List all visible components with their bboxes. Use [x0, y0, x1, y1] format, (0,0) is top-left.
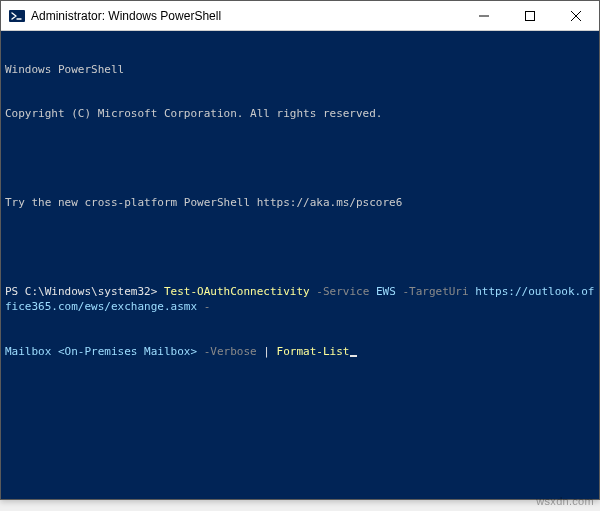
- maximize-button[interactable]: [507, 1, 553, 30]
- command-line-2: Mailbox <On-Premises Mailbox> -Verbose |…: [5, 345, 595, 360]
- powershell-icon: [9, 8, 25, 24]
- close-button[interactable]: [553, 1, 599, 30]
- banner-line: Try the new cross-platform PowerShell ht…: [5, 196, 595, 211]
- cursor: [350, 355, 357, 357]
- banner-line: Copyright (C) Microsoft Corporation. All…: [5, 107, 595, 122]
- dash-trailing: -: [204, 300, 211, 313]
- banner-line: Windows PowerShell: [5, 63, 595, 78]
- cmdlet2: Format-List: [277, 345, 350, 358]
- val-mailbox: <On-Premises Mailbox>: [58, 345, 197, 358]
- command-line-1: PS C:\Windows\system32> Test-OAuthConnec…: [5, 285, 595, 315]
- blank-line: [5, 241, 595, 256]
- watermark: wsxdn.com: [536, 495, 594, 507]
- window-title: Administrator: Windows PowerShell: [31, 9, 221, 23]
- blank-line: [5, 152, 595, 167]
- minimize-button[interactable]: [461, 1, 507, 30]
- param-verbose: -Verbose: [204, 345, 257, 358]
- val-service: EWS: [376, 285, 396, 298]
- svg-rect-0: [9, 10, 25, 22]
- svg-rect-3: [526, 11, 535, 20]
- line2-prefix: Mailbox: [5, 345, 58, 358]
- pipe: |: [257, 345, 277, 358]
- param-service: -Service: [316, 285, 369, 298]
- cmdlet: Test-OAuthConnectivity: [164, 285, 310, 298]
- window-controls: [461, 1, 599, 30]
- prompt: PS C:\Windows\system32>: [5, 285, 164, 298]
- param-targeturi: -TargetUri: [402, 285, 468, 298]
- terminal-area[interactable]: Windows PowerShell Copyright (C) Microso…: [1, 31, 599, 499]
- powershell-window: Administrator: Windows PowerShell Window…: [0, 0, 600, 500]
- window-titlebar[interactable]: Administrator: Windows PowerShell: [1, 1, 599, 31]
